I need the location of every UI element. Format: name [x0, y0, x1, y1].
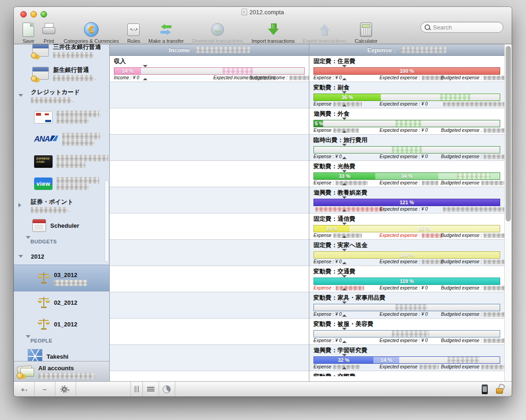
toolbar-button-categories-currencies[interactable]: € Categories & Currencies [59, 20, 123, 44]
disclosure-triangle[interactable] [18, 203, 21, 207]
toolbar-button-make-transfer[interactable]: Make a transfer [144, 20, 188, 44]
redacted-value [333, 102, 362, 106]
toolbar-button-save[interactable]: Save [18, 20, 38, 44]
add-account-button[interactable]: +▾ [14, 382, 35, 396]
sidebar-item-証券ポイント[interactable]: 証券・ポイント. [14, 195, 109, 216]
search-field[interactable] [420, 22, 503, 33]
budget-row[interactable]: 変動費：光熱費 33 %34 % Expense :Expected expen… [309, 161, 504, 187]
sidebar-item-03_2012[interactable]: 03_2012 [14, 265, 109, 291]
budget-amounts: Expense : ¥ 0Expected expense : ¥ 0Budge… [309, 154, 504, 160]
budget-row[interactable]: 固定費：実家へ送金 100 % Expense : ¥ 0Expected ex… [309, 240, 504, 266]
budget-row[interactable]: 変動費：副食 36 % ExpenseExpected expense : ¥ … [309, 82, 504, 108]
toolbar-label: Save [23, 38, 34, 44]
vertical-scrollbar-thumb[interactable] [506, 46, 511, 221]
sidebar-item-express-card-icon[interactable]: EXPRESSCARD [14, 150, 109, 172]
toolbar-button-export-transactions[interactable]: Export transactions [299, 20, 350, 44]
bar-segment: 119 % [314, 278, 500, 284]
sidebar-item-label: 01_2012 [54, 321, 77, 328]
sidebar-section-people[interactable]: PEOPLE [14, 334, 109, 346]
toolbar-button-download-transactions[interactable]: Download transactions [188, 20, 247, 44]
toolbar-button-print[interactable]: Print [38, 20, 59, 44]
budget-progress-bar: 36 % [313, 92, 500, 102]
budget-progress-bar: 33 %34 % [313, 171, 500, 181]
sidebar-scrollbar[interactable] [105, 180, 109, 262]
rules-icon: ↖↑↗ [127, 24, 140, 36]
toolbar-button-rules[interactable]: ↖↑↗ Rules [123, 20, 144, 44]
toolbar-label: Export transactions [303, 38, 346, 44]
remove-account-button[interactable]: − [35, 382, 55, 396]
sidebar-item-クレジットカド[interactable]: クレジットカード. [14, 85, 109, 106]
income-column: Income 収入 14 % Income : ¥ 0Expected inco… [110, 44, 309, 381]
euro-coin-icon: € [84, 22, 99, 37]
budget-amounts: ExpenseExpected expenseBudgeted expense [309, 364, 504, 371]
sidebar-resize-grip[interactable] [130, 382, 143, 396]
sidebar-item-ana-card-icon[interactable]: ANA [14, 128, 109, 150]
sidebar-item-Takeshi[interactable]: Takeshi [14, 346, 109, 361]
printer-icon [42, 26, 55, 36]
toolbar-button-import-transactions[interactable]: Import transactions [248, 20, 299, 44]
toolbar-label: Download transactions [192, 38, 243, 44]
bar-segment: 14 % [114, 68, 141, 74]
budget-row[interactable]: 変動費：交際費 [309, 371, 504, 376]
toolbar-button-calculator[interactable]: Calculator [350, 20, 382, 44]
budget-progress-bar: 100 % [313, 66, 500, 76]
sidebar-item-02_2012[interactable]: 02_2012 [14, 291, 109, 314]
budget-row[interactable]: 遊興費：教養娯楽費 121 % Expected expense : ¥ 0 [309, 187, 504, 213]
sidebar-item-Scheduler[interactable]: Scheduler [14, 216, 109, 235]
unlocked-padlock-icon[interactable] [495, 384, 505, 394]
mobile-sync-icon[interactable] [482, 385, 488, 394]
redacted-bar-area [392, 147, 421, 153]
sidebar-item-label: 三井住友銀行普通 [53, 44, 101, 50]
chart-view-button[interactable] [159, 382, 175, 396]
transfer-arrows-icon [158, 24, 174, 35]
bar-segment: 19 % [314, 225, 349, 232]
budget-row[interactable]: 固定費：住居費 100 % Expense : ¥ 0Expected expe… [309, 56, 504, 82]
disclosure-triangle[interactable] [18, 255, 23, 258]
sidebar-item-三井住友銀行普通[interactable]: 三井住友銀行普通 [14, 44, 109, 62]
budget-row[interactable]: 変動費：被服・美容費 Expense : ¥ 0Expected expense… [309, 319, 504, 345]
sidebar-item-01_2012[interactable]: 01_2012 [14, 314, 109, 334]
sidebar-item-rakuten-card-icon[interactable]: . [14, 106, 109, 128]
budget-category-label: 変動費：光熱費 [313, 162, 500, 170]
list-view-button[interactable] [143, 382, 159, 396]
redacted-value [484, 260, 504, 264]
bar-segment: 32 % [314, 357, 373, 363]
budget-category-label: 固定費：通信費 [313, 215, 500, 223]
sidebar-item-新生銀行普通[interactable]: 新生銀行普通. [14, 62, 109, 85]
budget-row[interactable]: 変動費：家具・家事用品費 Expense : ¥ 0Expected expen… [309, 292, 504, 319]
globe-download-icon [211, 23, 224, 36]
sidebar-item-2012[interactable]: 2012 [14, 248, 109, 265]
disclosure-triangle[interactable] [18, 94, 23, 97]
redacted-value [481, 365, 504, 369]
sidebar-item-all-accounts[interactable]: All accounts . [14, 361, 109, 381]
budget-row[interactable]: 遊興費：外食 5 % ExpenseExpected expense : ¥ 0… [309, 108, 504, 135]
budget-progress-bar: 119 % [313, 276, 500, 286]
budget-row[interactable]: 変動費：交通費 119 % Expense :Expected expense … [309, 266, 504, 292]
action-menu-button[interactable]: ▾ [55, 382, 76, 396]
sidebar-item-label: 新生銀行普通 [53, 66, 89, 73]
budget-row[interactable]: 遊興費：学習研究費 32 %14 % ExpenseExpected expen… [309, 345, 504, 371]
sidebar-item-view-card-icon[interactable]: view [14, 172, 109, 195]
budget-row[interactable]: 固定費：通信費 19 %86 % ExpenseExpected expense… [309, 213, 504, 240]
redacted-value [290, 76, 309, 80]
bar-segment: 14 % [373, 357, 399, 363]
snowflake-icon [28, 349, 42, 361]
budget-row[interactable]: 臨時出費：旅行費用 Expense : ¥ 0Expected expense … [309, 135, 504, 161]
empty-row [110, 187, 309, 213]
budget-category-label: 変動費：副食 [313, 83, 500, 91]
all-accounts-label: All accounts [38, 365, 74, 372]
redacted-value [336, 181, 368, 185]
sidebar-item-label: Scheduler [50, 222, 79, 229]
list-icon [147, 387, 154, 391]
toolbar-label: Print [44, 38, 54, 44]
bar-segment: 36 % [314, 94, 381, 101]
budget-category-label: 遊興費：外食 [313, 110, 500, 118]
sidebar-section-budgets[interactable]: BUDGETS [14, 235, 109, 248]
vertical-scrollbar-track[interactable] [504, 44, 512, 381]
sidebar-item-label: クレジットカード [31, 89, 80, 95]
bar-segment: 100 % [314, 68, 500, 74]
ana-card-icon: ANA [34, 135, 58, 144]
search-input[interactable] [432, 24, 499, 31]
express-card-icon: EXPRESSCARD [34, 155, 53, 168]
budget-row[interactable]: 収入 14 % Income : ¥ 0Expected incomeBudge… [110, 56, 309, 82]
